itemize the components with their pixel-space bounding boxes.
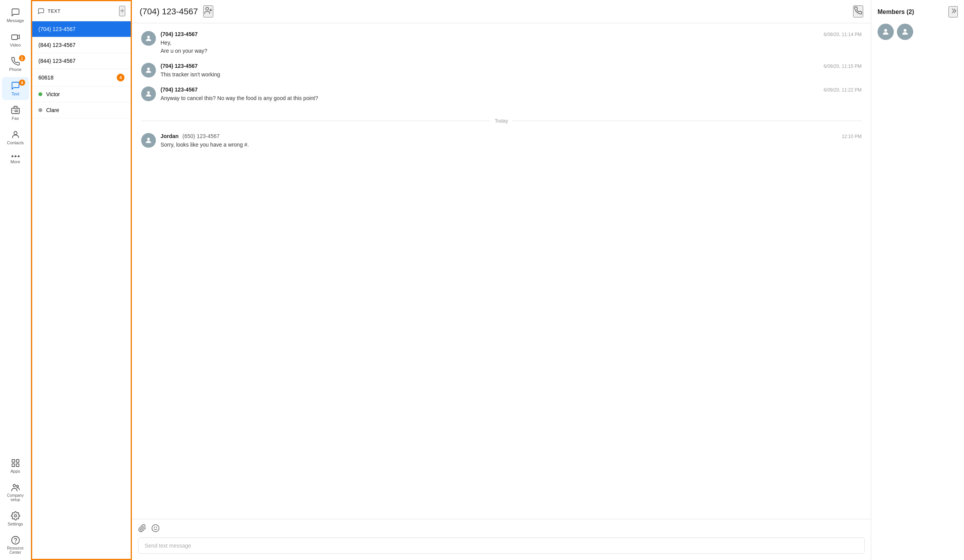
- conv-item-name: (704) 123-4567: [38, 26, 76, 32]
- svg-point-15: [14, 515, 17, 517]
- list-item[interactable]: (844) 123-4567: [32, 37, 131, 53]
- sidebar-item-company[interactable]: Companysetup: [2, 479, 29, 506]
- list-item[interactable]: Victor: [32, 86, 131, 102]
- compose-input[interactable]: [138, 538, 865, 554]
- members-avatars: [878, 24, 958, 40]
- sidebar-item-settings-label: Settings: [8, 522, 23, 526]
- list-item[interactable]: (844) 123-4567: [32, 53, 131, 69]
- list-item[interactable]: (704) 123-4567: [32, 21, 131, 37]
- message-content: (704) 123-4567 6/09/20, 11:15 PM This tr…: [161, 63, 862, 79]
- svg-point-5: [14, 131, 17, 135]
- chat-header-actions: [853, 5, 863, 17]
- svg-point-8: [17, 156, 19, 157]
- message-icon: [11, 8, 20, 17]
- svg-rect-1: [12, 108, 19, 114]
- conversation-list: (704) 123-4567 (844) 123-4567 (844) 123-…: [32, 21, 131, 559]
- message-sender: (704) 123-4567: [161, 31, 198, 37]
- svg-point-28: [884, 29, 887, 32]
- add-participant-button[interactable]: [203, 5, 213, 17]
- more-icon: [11, 154, 20, 158]
- conv-item-name: (844) 123-4567: [38, 42, 76, 48]
- date-divider-label: Today: [495, 118, 508, 124]
- svg-point-14: [16, 486, 18, 487]
- sidebar-item-resource[interactable]: ResourceCenter: [2, 532, 29, 558]
- sidebar-item-resource-label: ResourceCenter: [7, 546, 24, 555]
- fax-icon: [11, 105, 20, 115]
- sidebar-item-text[interactable]: 4 Text: [2, 77, 29, 100]
- chat-header: (704) 123-4567: [132, 0, 871, 23]
- message-sender: Jordan (650) 123-4567: [161, 133, 219, 139]
- message-time: 6/09/20, 11:14 PM: [824, 32, 862, 37]
- video-icon: [11, 32, 20, 41]
- svg-point-18: [206, 7, 209, 10]
- panel-chat-icon: [38, 8, 45, 15]
- message-time: 6/09/20, 11:15 PM: [824, 64, 862, 69]
- sidebar-item-video[interactable]: Video: [2, 28, 29, 51]
- message-time: 12:10 PM: [842, 134, 862, 139]
- svg-point-29: [904, 29, 906, 32]
- svg-rect-9: [12, 460, 15, 462]
- emoji-button[interactable]: [151, 524, 160, 534]
- sidebar-item-company-label: Companysetup: [7, 493, 24, 502]
- new-conversation-button[interactable]: +: [119, 6, 125, 16]
- settings-icon: [11, 511, 20, 520]
- sidebar-item-apps-label: Apps: [10, 469, 20, 474]
- conv-item-name: Clare: [46, 107, 59, 113]
- call-button[interactable]: [853, 5, 863, 17]
- apps-icon: [11, 458, 20, 468]
- conv-item-name: (844) 123-4567: [38, 58, 76, 64]
- members-title: Members (2): [878, 9, 914, 16]
- attach-button[interactable]: [138, 524, 147, 534]
- sidebar-nav: Message Video 1 Phone 4 Text: [0, 0, 31, 560]
- message-content: Jordan (650) 123-4567 12:10 PM Sorry, lo…: [161, 133, 862, 149]
- chat-header-title: (704) 123-4567: [140, 7, 198, 17]
- svg-point-23: [147, 91, 150, 94]
- message-header: Jordan (650) 123-4567 12:10 PM: [161, 133, 862, 139]
- conv-panel-header-label: TEXT: [48, 9, 60, 14]
- text-chat-icon: [11, 81, 20, 90]
- sidebar-item-text-label: Text: [11, 92, 19, 96]
- message-header: (704) 123-4567 6/09/20, 11:22 PM: [161, 86, 862, 93]
- conv-item-left: (704) 123-4567: [38, 26, 76, 32]
- svg-rect-12: [16, 464, 19, 467]
- svg-point-24: [147, 138, 150, 140]
- conv-item-left: (844) 123-4567: [38, 58, 76, 64]
- sidebar-item-message[interactable]: Message: [2, 4, 29, 27]
- avatar: [141, 63, 156, 78]
- sidebar-item-fax[interactable]: Fax: [2, 102, 29, 124]
- phone-badge: 1: [19, 55, 25, 61]
- sidebar-item-fax-label: Fax: [12, 116, 19, 121]
- conv-item-left: 60618: [38, 74, 54, 81]
- resource-icon: [11, 536, 20, 545]
- svg-point-25: [152, 525, 159, 532]
- company-icon: [11, 483, 20, 492]
- message-content: (704) 123-4567 6/09/20, 11:22 PM Anyway …: [161, 86, 862, 102]
- message-group: (704) 123-4567 6/09/20, 11:22 PM Anyway …: [141, 86, 862, 102]
- sidebar-item-message-label: Message: [7, 18, 24, 23]
- sidebar-item-settings[interactable]: Settings: [2, 507, 29, 530]
- message-header: (704) 123-4567 6/09/20, 11:15 PM: [161, 63, 862, 69]
- message-body: This tracker isn't working: [161, 71, 862, 79]
- list-item[interactable]: 60618 4: [32, 69, 131, 86]
- sidebar-item-contacts-label: Contacts: [7, 140, 24, 145]
- sidebar-item-contacts[interactable]: Contacts: [2, 126, 29, 149]
- message-group: Jordan (650) 123-4567 12:10 PM Sorry, lo…: [141, 133, 862, 149]
- svg-rect-0: [12, 35, 17, 40]
- compose-toolbar: [138, 524, 865, 534]
- svg-point-6: [11, 156, 13, 157]
- members-header: Members (2): [878, 6, 958, 17]
- svg-point-7: [14, 156, 16, 157]
- conv-panel-header: TEXT +: [32, 1, 131, 21]
- members-collapse-button[interactable]: [948, 6, 958, 17]
- sidebar-item-apps[interactable]: Apps: [2, 455, 29, 477]
- conv-badge: 4: [117, 74, 124, 81]
- message-group: (704) 123-4567 6/09/20, 11:15 PM This tr…: [141, 63, 862, 79]
- svg-rect-11: [12, 464, 15, 467]
- presence-indicator: [38, 92, 42, 96]
- svg-point-13: [13, 484, 16, 487]
- sidebar-item-phone[interactable]: 1 Phone: [2, 53, 29, 76]
- list-item[interactable]: Clare: [32, 102, 131, 118]
- sidebar-item-video-label: Video: [10, 43, 21, 47]
- sidebar-item-more-label: More: [10, 159, 20, 164]
- sidebar-item-more[interactable]: More: [2, 150, 29, 168]
